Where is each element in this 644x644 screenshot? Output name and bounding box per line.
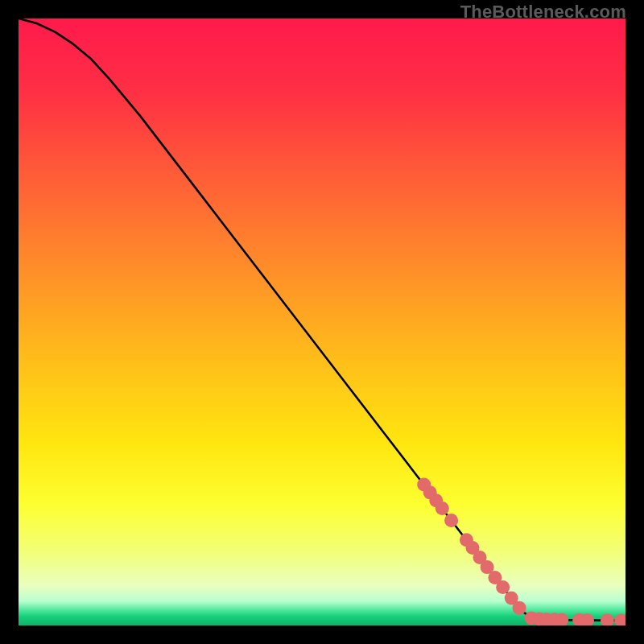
marker-dot: [436, 502, 449, 515]
chart-plot: [19, 19, 625, 625]
chart-background: [19, 19, 625, 625]
chart-svg: [19, 19, 625, 625]
marker-dot: [496, 580, 510, 594]
marker-dot: [513, 601, 526, 615]
marker-dot: [444, 514, 458, 527]
chart-frame: TheBottleneck.com: [0, 0, 644, 644]
